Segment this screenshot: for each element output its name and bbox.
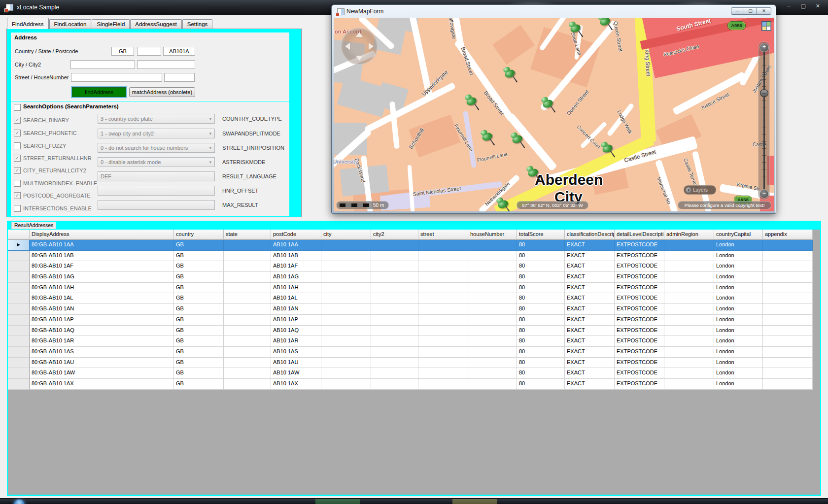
cell-countryCapital[interactable]: London [714, 315, 763, 326]
cell-street[interactable] [418, 379, 468, 390]
cell-detailLevelDescripti[interactable]: EXTPOSTCODE [615, 358, 664, 369]
cell-houseNumber[interactable] [468, 240, 517, 251]
cell-city2[interactable] [371, 293, 418, 304]
cell-adminRegion[interactable] [664, 368, 714, 379]
table-row[interactable]: 80:GB-AB10 1APGBAB10 1AP80EXACTEXTPOSTCO… [8, 315, 813, 326]
cell-postCode[interactable]: AB10 1AA [271, 240, 321, 251]
country-field[interactable]: GB [111, 47, 134, 56]
cell-houseNumber[interactable] [468, 293, 517, 304]
tab-settings[interactable]: Settings [182, 19, 213, 29]
map-pushpin-icon[interactable] [503, 67, 518, 86]
cell-countryCapital[interactable]: London [714, 336, 763, 347]
cell-countryCapital[interactable]: London [714, 293, 763, 304]
column-header-city[interactable]: city [321, 230, 371, 240]
cell-country[interactable]: GB [174, 304, 224, 315]
cell-detailLevelDescripti[interactable]: EXTPOSTCODE [615, 304, 664, 315]
cell-appendix[interactable] [763, 347, 813, 358]
cell-postCode[interactable]: AB10 1AL [271, 293, 321, 304]
cell-country[interactable]: GB [174, 293, 224, 304]
cell-country[interactable]: GB [174, 368, 224, 379]
textbox-max_result[interactable] [98, 200, 215, 210]
cell-totalScore[interactable]: 80 [517, 261, 565, 272]
checkbox-street_returnallhnr[interactable]: ✓ [14, 155, 21, 162]
search-options-checkbox[interactable] [14, 104, 21, 111]
cell-countryCapital[interactable]: London [714, 379, 763, 390]
cell-classificationDescrip[interactable]: EXACT [565, 283, 615, 294]
column-header-street[interactable]: street [418, 230, 468, 240]
cell-city2[interactable] [371, 261, 418, 272]
tab-findaddress[interactable]: FindAddress [7, 18, 49, 29]
cell-street[interactable] [418, 315, 468, 326]
cell-country[interactable]: GB [174, 251, 224, 262]
cell-city[interactable] [321, 315, 371, 326]
cell-adminRegion[interactable] [664, 379, 714, 390]
cell-detailLevelDescripti[interactable]: EXTPOSTCODE [615, 347, 664, 358]
cell-postCode[interactable]: AB10 1AB [271, 251, 321, 262]
column-header-selector[interactable] [8, 230, 30, 240]
cell-totalScore[interactable]: 80 [517, 347, 565, 358]
cell-classificationDescrip[interactable]: EXACT [565, 368, 615, 379]
cell-detailLevelDescripti[interactable]: EXTPOSTCODE [615, 261, 664, 272]
cell-postCode[interactable]: AB10 1AU [271, 358, 321, 369]
cell-countryCapital[interactable]: London [714, 240, 763, 251]
dropdown-country_codetype[interactable]: 3 - country code plate▼ [98, 114, 215, 124]
pan-left-icon[interactable] [345, 43, 350, 50]
cell-state[interactable] [224, 326, 271, 336]
row-selector[interactable] [8, 261, 30, 272]
find-address-button[interactable]: findAddress [72, 87, 126, 97]
cell-detailLevelDescripti[interactable]: EXTPOSTCODE [615, 272, 664, 283]
checkbox-multiwordindex_enable[interactable] [14, 180, 21, 187]
cell-city2[interactable] [371, 240, 418, 251]
table-row[interactable]: 80:GB-AB10 1ANGBAB10 1AN80EXACTEXTPOSTCO… [8, 304, 813, 315]
cell-street[interactable] [418, 368, 468, 379]
cell-city[interactable] [321, 261, 371, 272]
cell-houseNumber[interactable] [468, 347, 517, 358]
cell-city[interactable] [321, 368, 371, 379]
cell-displayAddress[interactable]: 80:GB-AB10 1AW [30, 368, 174, 379]
cell-city2[interactable] [371, 336, 418, 347]
minimize-icon[interactable]: ─ [731, 7, 744, 15]
cell-displayAddress[interactable]: 80:GB-AB10 1AL [30, 293, 174, 304]
cell-postCode[interactable]: AB10 1AQ [271, 326, 321, 336]
table-row[interactable]: 80:GB-AB10 1AXGBAB10 1AX80EXACTEXTPOSTCO… [8, 379, 813, 390]
map-pushpin-icon[interactable] [598, 18, 613, 34]
cell-classificationDescrip[interactable]: EXACT [565, 293, 615, 304]
row-selector[interactable]: ▶ [8, 240, 30, 251]
map-pan-control[interactable] [341, 28, 378, 65]
cell-displayAddress[interactable]: 80:GB-AB10 1AX [30, 379, 174, 390]
cell-classificationDescrip[interactable]: EXACT [565, 304, 615, 315]
cell-countryCapital[interactable]: London [714, 251, 763, 262]
cell-appendix[interactable] [763, 336, 813, 347]
map-layers-mini-icon[interactable] [761, 21, 771, 31]
map-pushpin-icon[interactable] [601, 142, 616, 161]
cell-houseNumber[interactable] [468, 283, 517, 294]
cell-countryCapital[interactable]: London [714, 347, 763, 358]
cell-city[interactable] [321, 304, 371, 315]
row-selector[interactable] [8, 347, 30, 358]
cell-adminRegion[interactable] [664, 240, 714, 251]
cell-street[interactable] [418, 240, 468, 251]
dropdown-swapandsplitmode[interactable]: 1 - swap city and city2▼ [98, 129, 215, 138]
cell-city2[interactable] [371, 283, 418, 294]
start-button[interactable] [14, 500, 25, 504]
cell-city2[interactable] [371, 315, 418, 326]
match-address-button[interactable]: matchAddress (obsolete) [129, 87, 195, 97]
column-header-detailLevelDescripti[interactable]: detailLevelDescripti [615, 230, 664, 240]
pan-down-icon[interactable] [356, 56, 363, 61]
cell-state[interactable] [224, 379, 271, 390]
cell-city2[interactable] [371, 379, 418, 390]
dropdown-street_hnrposition[interactable]: 0 - do not search for house numbers▼ [98, 143, 215, 153]
cell-state[interactable] [224, 347, 271, 358]
row-selector[interactable] [8, 379, 30, 390]
cell-displayAddress[interactable]: 80:GB-AB10 1AG [30, 272, 174, 283]
cell-appendix[interactable] [763, 368, 813, 379]
cell-detailLevelDescripti[interactable]: EXTPOSTCODE [615, 315, 664, 326]
cell-state[interactable] [224, 368, 271, 379]
cell-postCode[interactable]: AB10 1AW [271, 368, 321, 379]
checkbox-search_fuzzy[interactable] [14, 142, 21, 149]
cell-totalScore[interactable]: 80 [517, 251, 565, 262]
cell-city[interactable] [321, 293, 371, 304]
column-header-state[interactable]: state [224, 230, 271, 240]
cell-city2[interactable] [371, 358, 418, 369]
row-selector[interactable] [8, 326, 30, 336]
